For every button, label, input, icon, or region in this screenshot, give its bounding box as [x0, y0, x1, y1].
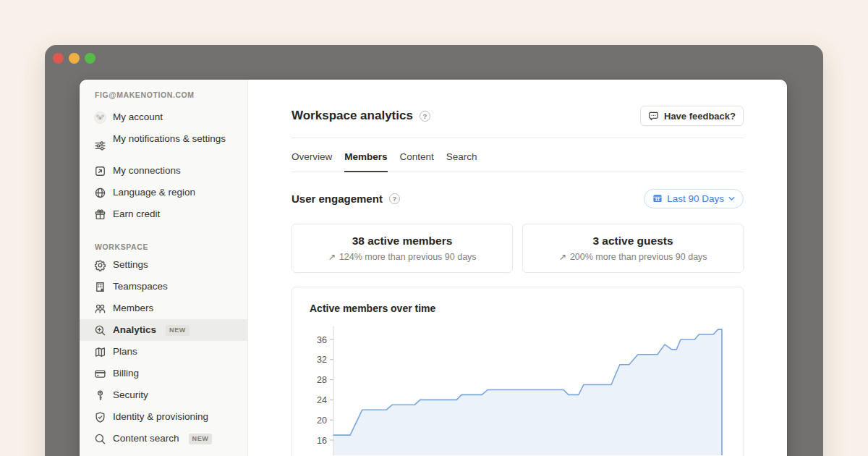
- sidebar-item-teamspaces[interactable]: Teamspaces: [80, 276, 247, 297]
- sidebar-item-label: Teamspaces: [113, 279, 168, 294]
- svg-text:16: 16: [317, 436, 327, 446]
- members-chart: 162024283236: [305, 318, 731, 455]
- help-icon[interactable]: ?: [389, 193, 400, 204]
- sidebar-item-label: Analytics: [113, 323, 156, 337]
- minimize-window-button[interactable]: [69, 53, 80, 64]
- sidebar-item-analytics[interactable]: Analytics NEW: [80, 319, 247, 341]
- sidebar-item-label: Members: [113, 301, 153, 316]
- speech-bubble-icon: [648, 111, 659, 122]
- stat-value: 3 active guests: [592, 235, 673, 248]
- page-title: Workspace analytics: [292, 109, 413, 123]
- zoom-window-button[interactable]: [85, 53, 95, 64]
- sidebar-item-members[interactable]: Members: [80, 297, 247, 319]
- tab-members[interactable]: Members: [344, 151, 387, 162]
- gear-icon: [93, 258, 106, 271]
- settings-sidebar: FIG@MAKENOTION.COM My account: [80, 80, 248, 456]
- sidebar-item-label: Settings: [113, 258, 148, 272]
- sidebar-item-my-connections[interactable]: My connections: [80, 160, 247, 182]
- tab-overview[interactable]: Overview: [292, 151, 332, 162]
- stat-delta: ↗ 200% more than previous 90 days: [558, 251, 707, 262]
- sidebar-item-label: Identity & provisioning: [113, 410, 208, 424]
- search-icon: [93, 432, 106, 445]
- sidebar-item-settings[interactable]: Settings: [80, 254, 247, 276]
- sidebar-item-language-region[interactable]: Language & region: [80, 182, 247, 203]
- svg-text:32: 32: [317, 355, 327, 365]
- chevron-down-icon: [728, 196, 735, 201]
- sidebar-item-identity-provisioning[interactable]: Identity & provisioning: [80, 406, 247, 428]
- new-badge: NEW: [166, 325, 190, 336]
- tab-content[interactable]: Content: [400, 151, 434, 162]
- sidebar-item-label: My connections: [113, 164, 181, 178]
- trend-up-icon: ↗: [558, 251, 566, 262]
- calendar-icon: [652, 193, 663, 203]
- sidebar-item-my-account[interactable]: My account: [80, 106, 247, 128]
- analytics-tabs: Overview Members Content Search: [292, 138, 744, 172]
- svg-text:24: 24: [317, 395, 327, 405]
- sidebar-item-billing[interactable]: Billing: [80, 363, 247, 384]
- window-frame: FIG@MAKENOTION.COM My account: [45, 45, 823, 456]
- sidebar-item-earn-credit[interactable]: Earn credit: [80, 203, 247, 225]
- map-icon: [93, 345, 106, 358]
- sidebar-item-label: My notifications & settings: [113, 132, 226, 146]
- external-link-icon: [93, 164, 106, 177]
- sidebar-item-label: Plans: [113, 345, 137, 359]
- trend-up-icon: ↗: [328, 251, 335, 262]
- stat-value: 38 active members: [352, 235, 453, 248]
- sliders-icon: [93, 139, 106, 152]
- chart-title: Active members over time: [292, 287, 743, 314]
- active-members-card: 38 active members ↗ 124% more than previ…: [292, 224, 513, 273]
- section-title: User engagement: [292, 193, 383, 205]
- globe-icon: [93, 186, 106, 199]
- shield-check-icon: [93, 410, 106, 423]
- sidebar-item-content-search[interactable]: Content search NEW: [80, 428, 247, 449]
- workspace-section-header: WORKSPACE: [80, 242, 247, 251]
- traffic-lights: [53, 53, 95, 64]
- have-feedback-button[interactable]: Have feedback?: [640, 106, 744, 126]
- date-range-dropdown[interactable]: Last 90 Days: [644, 189, 744, 208]
- credit-card-icon: [93, 367, 106, 380]
- building-icon: [93, 280, 106, 293]
- new-badge: NEW: [189, 434, 213, 444]
- sidebar-item-label: My account: [113, 110, 163, 124]
- help-icon[interactable]: ?: [420, 111, 430, 122]
- account-email-header: FIG@MAKENOTION.COM: [80, 90, 247, 99]
- sidebar-item-label: Security: [113, 388, 148, 402]
- gift-icon: [93, 208, 106, 221]
- svg-text:36: 36: [317, 335, 327, 345]
- people-icon: [93, 302, 106, 315]
- sidebar-item-label: Earn credit: [113, 207, 160, 221]
- sidebar-item-my-notifications-settings[interactable]: My notifications & settings: [80, 128, 247, 157]
- sidebar-item-label: Content search: [113, 431, 179, 446]
- settings-window: FIG@MAKENOTION.COM My account: [80, 80, 787, 456]
- close-window-button[interactable]: [53, 53, 64, 64]
- active-guests-card: 3 active guests ↗ 200% more than previou…: [522, 224, 744, 273]
- search-plus-icon: [93, 324, 106, 337]
- key-icon: [93, 389, 106, 402]
- chart-card: Active members over time 162024283236: [292, 287, 744, 456]
- svg-text:28: 28: [317, 375, 327, 385]
- stat-delta: ↗ 124% more than previous 90 days: [328, 251, 476, 262]
- analytics-main-panel: Workspace analytics ? Have feedback? Ove…: [248, 80, 787, 456]
- svg-text:20: 20: [317, 415, 327, 426]
- tab-search[interactable]: Search: [446, 151, 477, 162]
- sidebar-item-label: Billing: [113, 366, 139, 381]
- avatar: [93, 111, 106, 124]
- sidebar-item-security[interactable]: Security: [80, 384, 247, 406]
- sidebar-item-label: Language & region: [113, 185, 195, 200]
- sidebar-item-plans[interactable]: Plans: [80, 341, 247, 363]
